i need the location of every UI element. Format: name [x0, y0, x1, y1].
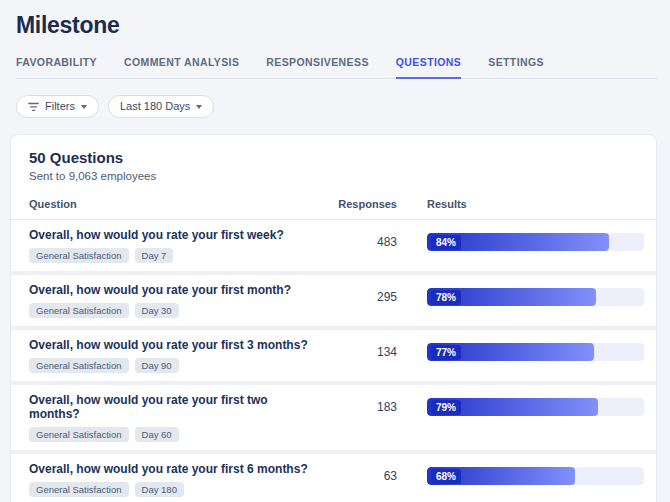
- result-bar-fill: 84%: [427, 233, 609, 251]
- question-row[interactable]: Overall, how would you rate your first t…: [11, 385, 656, 450]
- questions-count-title: 50 Questions: [29, 149, 638, 166]
- tab-settings[interactable]: SETTINGS: [488, 56, 544, 79]
- tab-label: SETTINGS: [488, 56, 544, 68]
- tag-category: General Satisfaction: [29, 427, 129, 442]
- question-row[interactable]: Overall, how would you rate your first 6…: [11, 454, 656, 502]
- tab-label: RESPONSIVENESS: [266, 56, 368, 68]
- tag-timing: Day 90: [135, 358, 179, 373]
- question-title: Overall, how would you rate your first 3…: [29, 338, 317, 352]
- tab-label: COMMENT ANALYSIS: [124, 56, 239, 68]
- question-tags: General Satisfaction Day 60: [29, 427, 317, 442]
- date-range-label: Last 180 Days: [120, 100, 190, 113]
- chevron-down-icon: [196, 105, 202, 109]
- question-title: Overall, how would you rate your first t…: [29, 393, 317, 421]
- result-percentage-label: 77%: [431, 345, 461, 360]
- chevron-down-icon: [81, 105, 87, 109]
- tab-favorability[interactable]: FAVORABILITY: [16, 56, 97, 79]
- responses-count: 295: [317, 290, 397, 304]
- tab-responsiveness[interactable]: RESPONSIVENESS: [266, 56, 368, 79]
- column-header-responses: Responses: [317, 198, 397, 210]
- result-bar-track: 77%: [427, 343, 644, 361]
- question-cell: Overall, how would you rate your first w…: [29, 228, 317, 263]
- result-bar-track: 84%: [427, 233, 644, 251]
- result-cell: 79%: [427, 398, 644, 416]
- result-bar-track: 78%: [427, 288, 644, 306]
- question-row[interactable]: Overall, how would you rate your first w…: [11, 220, 656, 271]
- column-header-question: Question: [29, 198, 317, 210]
- question-rows: Overall, how would you rate your first w…: [11, 220, 656, 502]
- result-bar-track: 79%: [427, 398, 644, 416]
- filters-button[interactable]: Filters: [16, 95, 99, 118]
- tab-questions[interactable]: QUESTIONS: [396, 56, 461, 79]
- table-column-headers: Question Responses Results: [11, 184, 656, 220]
- responses-count: 134: [317, 345, 397, 359]
- question-row[interactable]: Overall, how would you rate your first 3…: [11, 330, 656, 381]
- question-cell: Overall, how would you rate your first 3…: [29, 338, 317, 373]
- question-tags: General Satisfaction Day 7: [29, 248, 317, 263]
- tag-timing: Day 180: [135, 482, 184, 497]
- result-percentage-label: 78%: [431, 290, 461, 305]
- column-header-results: Results: [427, 198, 644, 210]
- date-range-button[interactable]: Last 180 Days: [108, 95, 214, 118]
- result-cell: 68%: [427, 467, 644, 485]
- tag-timing: Day 7: [135, 248, 174, 263]
- question-cell: Overall, how would you rate your first m…: [29, 283, 317, 318]
- question-cell: Overall, how would you rate your first 6…: [29, 462, 317, 497]
- tag-timing: Day 60: [135, 427, 179, 442]
- tag-timing: Day 30: [135, 303, 179, 318]
- result-bar-fill: 77%: [427, 343, 594, 361]
- responses-count: 483: [317, 235, 397, 249]
- tag-category: General Satisfaction: [29, 248, 129, 263]
- result-bar-track: 68%: [427, 467, 644, 485]
- result-percentage-label: 68%: [431, 469, 461, 484]
- question-tags: General Satisfaction Day 180: [29, 482, 317, 497]
- result-cell: 77%: [427, 343, 644, 361]
- result-cell: 84%: [427, 233, 644, 251]
- responses-count: 63: [317, 469, 397, 483]
- tag-category: General Satisfaction: [29, 358, 129, 373]
- question-cell: Overall, how would you rate your first t…: [29, 393, 317, 442]
- responses-count: 183: [317, 400, 397, 414]
- filters-button-label: Filters: [45, 100, 75, 113]
- tab-label: FAVORABILITY: [16, 56, 97, 68]
- tag-category: General Satisfaction: [29, 303, 129, 318]
- filters-toolbar: Filters Last 180 Days: [0, 79, 670, 134]
- questions-card: 50 Questions Sent to 9,063 employees Que…: [10, 134, 657, 502]
- sent-to-subtitle: Sent to 9,063 employees: [29, 170, 638, 182]
- question-tags: General Satisfaction Day 90: [29, 358, 317, 373]
- page-title: Milestone: [0, 0, 670, 39]
- question-title: Overall, how would you rate your first m…: [29, 283, 317, 297]
- tab-bar: FAVORABILITY COMMENT ANALYSIS RESPONSIVE…: [16, 56, 657, 79]
- result-cell: 78%: [427, 288, 644, 306]
- result-bar-fill: 79%: [427, 398, 598, 416]
- question-tags: General Satisfaction Day 30: [29, 303, 317, 318]
- result-bar-fill: 68%: [427, 467, 575, 485]
- question-row[interactable]: Overall, how would you rate your first m…: [11, 275, 656, 326]
- tag-category: General Satisfaction: [29, 482, 129, 497]
- question-title: Overall, how would you rate your first w…: [29, 228, 317, 242]
- result-percentage-label: 84%: [431, 235, 461, 250]
- tab-label: QUESTIONS: [396, 56, 461, 68]
- card-header: 50 Questions Sent to 9,063 employees: [11, 135, 656, 184]
- funnel-lines-icon: [28, 102, 39, 112]
- tab-comment-analysis[interactable]: COMMENT ANALYSIS: [124, 56, 239, 79]
- result-percentage-label: 79%: [431, 400, 461, 415]
- result-bar-fill: 78%: [427, 288, 596, 306]
- question-title: Overall, how would you rate your first 6…: [29, 462, 317, 476]
